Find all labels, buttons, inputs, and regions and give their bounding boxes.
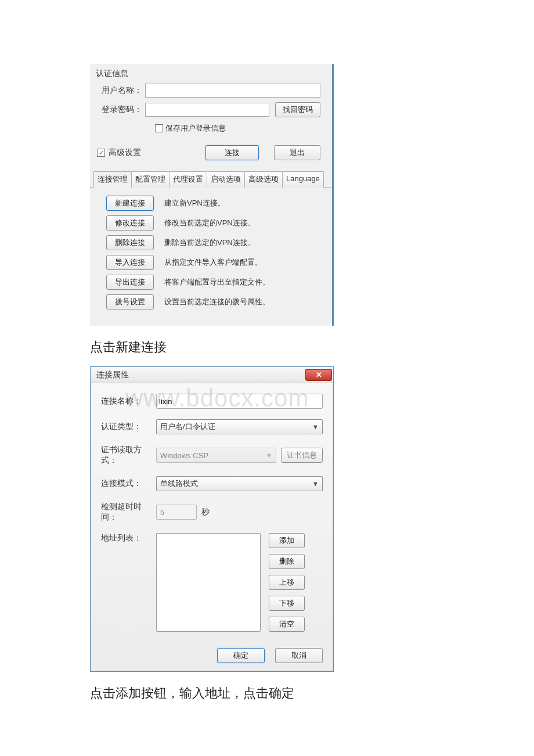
conn-mode-label: 连接模式：	[101, 478, 156, 489]
tabs: 连接管理 配置管理 代理设置 启动选项 高级选项 Language	[90, 167, 332, 188]
instruction-1: 点击新建连接	[90, 326, 444, 366]
move-up-button[interactable]: 上移	[269, 575, 305, 590]
edit-connection-row: 修改连接 修改当前选定的VPN连接。	[98, 215, 324, 231]
tab-language[interactable]: Language	[282, 171, 324, 188]
auth-dialog: 认证信息 用户名称： 登录密码： 找回密码 保存用户登录信息 ✓ 高级设置 连接…	[90, 64, 334, 326]
dial-settings-button[interactable]: 拨号设置	[106, 294, 154, 309]
advanced-checkbox[interactable]: ✓	[97, 149, 105, 157]
username-label: 用户名称：	[102, 85, 145, 96]
auth-type-row: 认证类型： 用户名/口令认证 ▼	[101, 419, 323, 434]
chevron-down-icon: ▼	[312, 423, 319, 430]
export-connection-desc: 将客户端配置导出至指定文件。	[164, 277, 270, 287]
chevron-down-icon: ▼	[266, 452, 272, 459]
tab-connection-mgmt[interactable]: 连接管理	[93, 171, 132, 188]
conn-mode-select[interactable]: 单线路模式 ▼	[156, 476, 323, 491]
close-icon: ✕	[316, 370, 322, 379]
chevron-down-icon: ▼	[312, 480, 319, 487]
new-connection-row: 新建连接 建立新VPN连接。	[98, 196, 324, 211]
save-login-checkbox[interactable]	[155, 124, 163, 132]
edit-connection-desc: 修改当前选定的VPN连接。	[164, 218, 255, 228]
cert-mode-row: 证书读取方式： Windows CSP ▼ 证书信息	[101, 445, 323, 466]
delete-button[interactable]: 删除	[269, 554, 305, 569]
cert-mode-label: 证书读取方式：	[101, 445, 156, 466]
import-connection-row: 导入连接 从指定文件导入客户端配置。	[98, 255, 324, 270]
connection-name-input[interactable]	[156, 394, 323, 409]
conn-mode-row: 连接模式： 单线路模式 ▼	[101, 476, 323, 491]
delete-connection-desc: 删除当前选定的VPN连接。	[164, 237, 255, 248]
dial-settings-desc: 设置当前选定连接的拨号属性。	[164, 297, 270, 307]
password-label: 登录密码：	[102, 105, 145, 115]
address-listbox[interactable]	[156, 533, 261, 632]
username-input[interactable]	[145, 84, 320, 98]
exit-button[interactable]: 退出	[274, 145, 320, 160]
address-buttons: 添加 删除 上移 下移 清空	[269, 533, 305, 632]
find-password-button[interactable]: 找回密码	[275, 102, 320, 117]
cancel-button[interactable]: 取消	[275, 648, 323, 663]
connection-name-row: 连接名称：	[101, 394, 323, 409]
export-connection-button[interactable]: 导出连接	[106, 275, 154, 290]
tab-config-mgmt[interactable]: 配置管理	[131, 171, 169, 188]
move-down-button[interactable]: 下移	[269, 596, 305, 611]
tab-startup[interactable]: 启动选项	[207, 171, 245, 188]
ok-button[interactable]: 确定	[217, 648, 265, 663]
address-list-label: 地址列表：	[101, 533, 156, 543]
address-list-row: 地址列表： 添加 删除 上移 下移 清空	[101, 533, 323, 632]
new-connection-button[interactable]: 新建连接	[106, 196, 154, 211]
import-connection-button[interactable]: 导入连接	[106, 255, 154, 270]
add-button[interactable]: 添加	[269, 533, 305, 548]
cert-info-button: 证书信息	[281, 448, 323, 463]
edit-connection-button[interactable]: 修改连接	[106, 215, 154, 231]
timeout-unit: 秒	[201, 507, 210, 517]
password-input[interactable]	[145, 103, 269, 117]
dial-settings-row: 拨号设置 设置当前选定连接的拨号属性。	[98, 294, 324, 309]
close-button[interactable]: ✕	[305, 369, 332, 381]
password-row: 登录密码： 找回密码	[90, 100, 332, 120]
auth-type-select[interactable]: 用户名/口令认证 ▼	[156, 419, 323, 434]
auth-group-title: 认证信息	[90, 64, 332, 81]
delete-connection-row: 删除连接 删除当前选定的VPN连接。	[98, 235, 324, 250]
footer-buttons: 确定 取消	[101, 642, 323, 663]
advanced-row: ✓ 高级设置 连接 退出	[90, 139, 332, 167]
save-login-label: 保存用户登录信息	[165, 123, 226, 134]
conn-mode-value: 单线路模式	[160, 478, 198, 489]
save-login-row[interactable]: 保存用户登录信息	[90, 120, 332, 139]
dialog-body: www.bdocx.com 连接名称： 认证类型： 用户名/口令认证 ▼ 证书读…	[91, 383, 333, 671]
connection-properties-dialog: 连接属性 ✕ www.bdocx.com 连接名称： 认证类型： 用户名/口令认…	[90, 366, 334, 672]
connection-name-label: 连接名称：	[101, 396, 156, 406]
tab-advanced[interactable]: 高级选项	[244, 171, 283, 188]
tab-content: 新建连接 建立新VPN连接。 修改连接 修改当前选定的VPN连接。 删除连接 删…	[90, 188, 332, 326]
auth-type-label: 认证类型：	[101, 422, 156, 432]
timeout-input	[156, 505, 197, 520]
clear-button[interactable]: 清空	[269, 617, 305, 632]
titlebar: 连接属性 ✕	[91, 367, 333, 383]
import-connection-desc: 从指定文件导入客户端配置。	[164, 257, 262, 268]
new-connection-desc: 建立新VPN连接。	[164, 198, 225, 208]
connect-button[interactable]: 连接	[205, 145, 259, 160]
timeout-row: 检测超时时间： 秒	[101, 502, 323, 523]
dialog-title: 连接属性	[96, 370, 129, 380]
auth-type-value: 用户名/口令认证	[160, 422, 215, 432]
timeout-label: 检测超时时间：	[101, 502, 156, 523]
tab-proxy[interactable]: 代理设置	[169, 171, 207, 188]
export-connection-row: 导出连接 将客户端配置导出至指定文件。	[98, 275, 324, 290]
cert-mode-value: Windows CSP	[160, 451, 208, 460]
advanced-label: 高级设置	[109, 147, 141, 158]
instruction-2: 点击添加按钮，输入地址，点击确定	[90, 672, 444, 712]
cert-mode-select: Windows CSP ▼	[156, 448, 276, 463]
delete-connection-button[interactable]: 删除连接	[106, 235, 154, 250]
username-row: 用户名称：	[90, 81, 332, 100]
